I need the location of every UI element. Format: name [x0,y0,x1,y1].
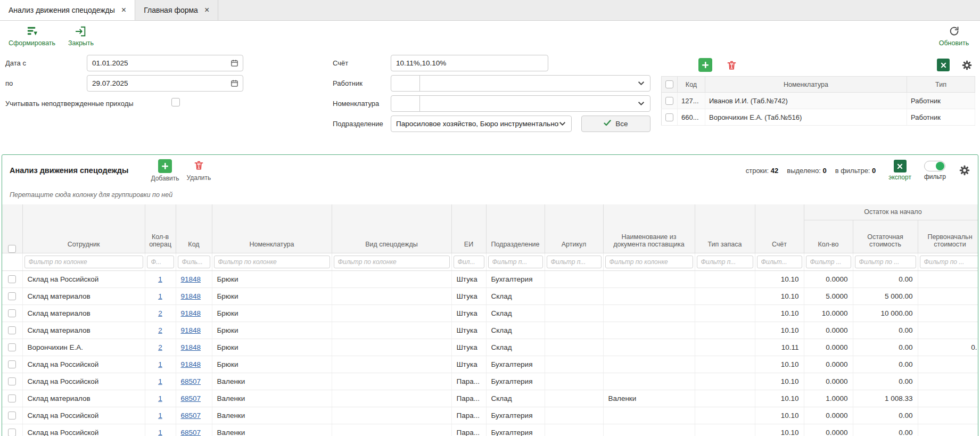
nomenclature-code-box[interactable] [391,96,420,111]
column-filter-input[interactable] [697,256,753,268]
code-link[interactable]: 91848 [181,309,201,317]
operations-count-link[interactable]: 1 [158,292,162,300]
delete-row-button[interactable]: Удалить [186,160,211,182]
grid-row[interactable]: Склад на Российской168507ВаленкиПара...Б… [2,424,978,436]
chevron-down-icon[interactable] [638,81,645,86]
tab-analysis[interactable]: Анализ движения спецодежды × [0,0,135,20]
tab-close-icon[interactable]: × [121,6,126,14]
operations-count-link[interactable]: 1 [158,275,162,283]
worker-code-box[interactable] [391,76,420,91]
row-checkbox[interactable] [665,113,673,121]
add-row-button[interactable]: Добавить [151,159,179,182]
grid-row[interactable]: Склад на Российской191848БрюкиШтукаБухга… [2,270,978,287]
column-filter-input[interactable] [147,256,174,268]
settings-gear-icon[interactable] [961,60,973,71]
department-select[interactable]: Паросиловое хозяйство, Бюро инструментал… [391,116,572,132]
group-by-drop-zone[interactable]: Перетащите сюда колонку для группировки … [2,186,978,202]
code-link[interactable]: 68507 [181,394,201,402]
row-checkbox[interactable] [8,412,16,419]
tab-close-icon[interactable]: × [204,6,209,14]
code-link[interactable]: 91848 [181,343,201,351]
selection-row[interactable]: 127...Иванов И.И. (Таб.№742)Работник [662,93,975,109]
column-filter-input[interactable] [488,256,543,268]
column-header[interactable]: ЕИ [451,204,486,253]
column-header[interactable]: Первоначальн стоимости [918,220,978,253]
row-checkbox[interactable] [8,360,16,368]
select-all-departments-button[interactable]: Все [581,116,650,132]
operations-count-link[interactable]: 1 [158,412,162,419]
column-filter-input[interactable] [920,256,979,268]
row-checkbox[interactable] [8,377,16,385]
tab-main-form[interactable]: Главная форма × [135,0,218,20]
add-selection-button[interactable] [698,58,712,72]
select-all-checkbox[interactable] [8,245,16,253]
grid-row[interactable]: Склад на Российской168507ВаленкиПара...Б… [2,373,978,390]
column-header[interactable]: Счёт [755,204,804,253]
column-filter-input[interactable] [24,256,143,268]
code-link[interactable]: 91848 [181,326,201,334]
column-filter-input[interactable] [178,256,210,268]
code-link[interactable]: 91848 [181,360,201,368]
row-checkbox[interactable] [8,309,16,317]
column-header[interactable]: Подразделение [486,204,545,253]
column-filter-input[interactable] [547,256,602,268]
column-filter-input[interactable] [806,256,851,268]
row-checkbox[interactable] [8,343,16,351]
column-filter-input[interactable] [334,256,450,268]
row-checkbox[interactable] [665,97,673,105]
operations-count-link[interactable]: 2 [158,343,162,351]
nomenclature-combobox[interactable] [391,95,650,112]
delete-selection-button[interactable] [726,60,737,71]
date-from-input[interactable] [87,55,230,71]
worker-combobox[interactable] [391,75,650,92]
row-checkbox[interactable] [8,429,16,436]
grid-settings-gear-icon[interactable] [959,164,970,176]
close-button[interactable]: Закрыть [56,22,105,50]
column-header[interactable]: Артикул [545,204,603,253]
export-button[interactable]: экспорт [888,160,911,181]
operations-count-link[interactable]: 1 [158,360,162,368]
column-header[interactable]: Кол-в операц [145,204,176,253]
calendar-icon[interactable] [230,59,238,67]
selection-row[interactable]: 660...Ворончихин Е.А. (Таб.№516)Работник [662,109,975,126]
column-filter-input[interactable] [214,256,330,268]
code-link[interactable]: 68507 [181,377,201,385]
unconfirmed-checkbox[interactable] [171,98,180,106]
column-header[interactable]: Номенклатура [212,204,332,253]
account-input[interactable] [391,55,548,71]
filter-toggle[interactable]: фильтр [924,161,946,180]
grid-row[interactable]: Склад материалов291848БрюкиШтукаСклад10.… [2,322,978,339]
chevron-down-icon[interactable] [559,121,566,126]
grid-row[interactable]: Склад материалов191848БрюкиШтукаСклад10.… [2,287,978,305]
row-checkbox[interactable] [8,292,16,300]
operations-count-link[interactable]: 1 [158,394,162,402]
column-header[interactable]: Кол-во [804,220,853,253]
row-checkbox[interactable] [8,326,16,334]
grid-row[interactable]: Склад на Российской168507ВаленкиПара...Б… [2,407,978,424]
selection-col-type[interactable]: Тип [907,77,975,93]
column-header[interactable]: Вид спецодежды [332,204,451,253]
select-all-checkbox[interactable] [665,80,673,88]
grid-row[interactable]: Склад материалов168507ВаленкиПара...Скла… [2,390,978,407]
calendar-icon[interactable] [230,79,238,87]
operations-count-link[interactable]: 1 [158,377,162,385]
column-filter-input[interactable] [855,256,916,268]
date-to-input[interactable] [87,76,230,91]
column-filter-input[interactable] [605,256,693,268]
grid-row[interactable]: Склад на Российской191848БрюкиШтукаБухга… [2,356,978,373]
row-checkbox[interactable] [8,394,16,402]
row-checkbox[interactable] [8,275,16,283]
column-header[interactable]: Сотрудник [22,204,145,253]
code-link[interactable]: 91848 [181,275,201,283]
chevron-down-icon[interactable] [638,101,645,106]
column-header[interactable]: Наименование из документа поставщика [603,204,695,253]
operations-count-link[interactable]: 1 [158,429,162,436]
column-header[interactable]: Остаточная стоимость [853,220,918,253]
excel-export-icon[interactable] [937,59,950,71]
refresh-button[interactable]: Обновить [935,22,973,50]
selection-col-code[interactable]: Код [678,77,705,93]
column-header[interactable]: Тип запаса [695,204,755,253]
selection-col-nomenclature[interactable]: Номенклатура [705,77,907,93]
column-filter-input[interactable] [757,256,802,268]
grid-row[interactable]: Склад материалов291848БрюкиШтукаСклад10.… [2,305,978,322]
